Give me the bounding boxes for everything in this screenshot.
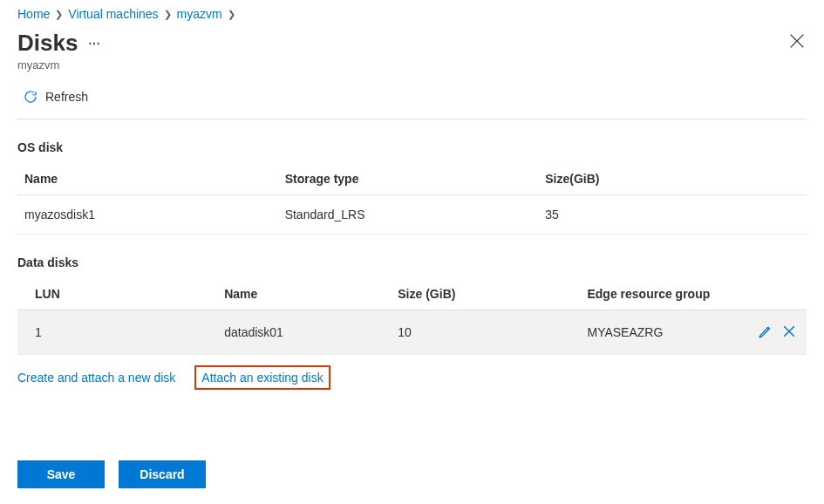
breadcrumb-vms[interactable]: Virtual machines (68, 7, 158, 21)
chevron-right-icon: ❯ (164, 9, 172, 20)
create-attach-link[interactable]: Create and attach a new disk (17, 371, 175, 385)
col-lun: LUN (17, 278, 207, 310)
highlight-box: Attach an existing disk (194, 365, 330, 390)
table-row[interactable]: myazosdisk1 Standard_LRS 35 (17, 195, 807, 235)
breadcrumb: Home ❯ Virtual machines ❯ myazvm ❯ (17, 7, 807, 21)
discard-button[interactable]: Discard (119, 460, 206, 488)
os-disk-table: Name Storage type Size(GiB) myazosdisk1 … (17, 163, 807, 235)
cell-storage-type: Standard_LRS (278, 195, 539, 235)
page-title: Disks (17, 30, 78, 57)
toolbar: Refresh (17, 85, 807, 119)
page-subtitle: myazvm (17, 58, 102, 72)
breadcrumb-vm[interactable]: myazvm (177, 7, 222, 21)
cell-erg: MYASEAZRG (569, 310, 740, 355)
cell-lun: 1 (17, 310, 207, 355)
more-menu-icon[interactable]: ⋯ (88, 37, 102, 51)
cell-name: myazosdisk1 (17, 195, 278, 235)
breadcrumb-home[interactable]: Home (17, 7, 50, 21)
cell-size: 35 (538, 195, 807, 235)
chevron-right-icon: ❯ (228, 9, 235, 20)
attach-existing-link[interactable]: Attach an existing disk (201, 371, 323, 385)
col-erg: Edge resource group (569, 278, 740, 310)
col-size: Size(GiB) (538, 163, 807, 195)
refresh-button[interactable]: Refresh (17, 85, 93, 108)
table-row[interactable]: 1 datadisk01 10 MYASEAZRG (17, 310, 807, 355)
os-disk-heading: OS disk (17, 140, 807, 154)
chevron-right-icon: ❯ (55, 9, 63, 20)
col-size: Size (GiB) (380, 278, 569, 310)
close-button[interactable] (787, 31, 807, 51)
save-button[interactable]: Save (17, 460, 105, 488)
refresh-label: Refresh (45, 90, 88, 104)
edit-icon[interactable] (758, 324, 773, 339)
delete-icon[interactable] (780, 323, 798, 340)
data-disks-heading: Data disks (17, 255, 807, 269)
col-name: Name (207, 278, 380, 310)
col-name: Name (17, 163, 278, 195)
cell-name: datadisk01 (207, 310, 380, 355)
cell-size: 10 (380, 310, 569, 355)
col-storage-type: Storage type (278, 163, 539, 195)
refresh-icon (23, 89, 38, 105)
data-disks-table: LUN Name Size (GiB) Edge resource group … (17, 278, 807, 355)
